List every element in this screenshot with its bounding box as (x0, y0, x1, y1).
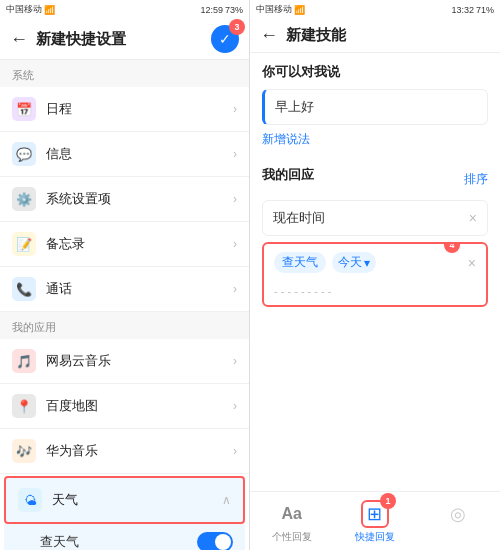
huawei-music-icon: 🎶 (12, 439, 36, 463)
confirm-button[interactable]: 3 (211, 25, 239, 53)
menu-item-calendar[interactable]: 📅 日程 › (0, 87, 249, 132)
chevron-icon-message: › (233, 147, 237, 161)
weather-sub-label: 查天气 (40, 533, 197, 550)
netease-icon: 🎵 (12, 349, 36, 373)
message-icon: 💬 (12, 142, 36, 166)
right-time: 13:32 (451, 5, 474, 15)
you-can-say-title: 你可以对我说 (262, 63, 488, 81)
sort-button[interactable]: 排序 (464, 171, 488, 188)
bottom-tabs: Aa 个性回复 ⊞ 1 快捷回复 ◎ (250, 491, 500, 550)
menu-item-baidu-map[interactable]: 📍 百度地图 › (0, 384, 249, 429)
right-status-left: 中国移动 📶 (256, 3, 305, 16)
system-section-label: 系统 (0, 60, 249, 87)
menu-item-netease[interactable]: 🎵 网易云音乐 › (0, 339, 249, 384)
chevron-icon-netease: › (233, 354, 237, 368)
right-carrier: 中国移动 (256, 3, 292, 16)
menu-label-settings: 系统设置项 (46, 190, 233, 208)
right-back-button[interactable]: ← (260, 25, 278, 46)
left-battery: 73% (225, 5, 243, 15)
left-carrier: 中国移动 (6, 3, 42, 16)
phrase-box: 早上好 (262, 89, 488, 125)
left-status-right: 12:59 73% (200, 5, 243, 15)
weather-sub-item[interactable]: 查天气 (4, 524, 245, 550)
phrase-text: 早上好 (275, 98, 314, 116)
menu-item-settings[interactable]: ⚙️ 系统设置项 › (0, 177, 249, 222)
memo-icon: 📝 (12, 232, 36, 256)
other-icon: ◎ (444, 500, 472, 528)
menu-item-weather[interactable]: 🌤 天气 ∧ (4, 476, 245, 524)
remove-time-button[interactable]: × (469, 210, 477, 226)
map-icon: 📍 (12, 394, 36, 418)
left-page-title: 新建快捷设置 (36, 30, 211, 49)
my-response-title: 我的回应 (262, 166, 314, 184)
add-phrase-button[interactable]: 新增说法 (262, 129, 488, 150)
menu-label-phone: 通话 (46, 280, 233, 298)
chevron-icon-weather: ∧ (222, 493, 231, 507)
menu-item-huawei-music[interactable]: 🎶 华为音乐 › (0, 429, 249, 474)
left-menu-scroll: 系统 📅 日程 › 💬 信息 › ⚙️ 系统设置项 › 📝 备忘录 › 📞 通话… (0, 60, 249, 550)
confirm-badge: 3 (229, 19, 245, 35)
calendar-icon: 📅 (12, 97, 36, 121)
phone-icon: 📞 (12, 277, 36, 301)
weather-response-box: 查天气 今天 ▾ × - - - - - - - - - 4 (262, 242, 488, 307)
weather-response-content: - - - - - - - - - (264, 281, 486, 305)
weather-placeholder: - - - - - - - - - (274, 285, 331, 297)
menu-label-calendar: 日程 (46, 100, 233, 118)
menu-item-message[interactable]: 💬 信息 › (0, 132, 249, 177)
remove-weather-button[interactable]: × (468, 255, 476, 271)
response-label-time: 现在时间 (273, 209, 469, 227)
menu-label-netease: 网易云音乐 (46, 352, 233, 370)
right-status-bar: 中国移动 📶 13:32 71% (250, 0, 500, 19)
tab-personal-reply[interactable]: Aa 个性回复 (250, 498, 333, 546)
quick-reply-badge: 1 (380, 493, 396, 509)
tab-quick-reply[interactable]: ⊞ 1 快捷回复 (333, 498, 416, 546)
right-page-title: 新建技能 (286, 26, 490, 45)
weather-toggle[interactable] (197, 532, 233, 550)
response-header: 我的回应 排序 (262, 166, 488, 192)
left-top-bar: ← 新建快捷设置 3 (0, 19, 249, 60)
chevron-icon-huawei-music: › (233, 444, 237, 458)
personal-reply-label: 个性回复 (272, 530, 312, 544)
menu-label-huawei-music: 华为音乐 (46, 442, 233, 460)
weather-query-tag: 查天气 (274, 252, 326, 273)
left-status-bar: 中国移动 📶 12:59 73% (0, 0, 249, 19)
quick-reply-label: 快捷回复 (355, 530, 395, 544)
myapps-section-label: 我的应用 (0, 312, 249, 339)
quick-reply-icon-wrapper: ⊞ 1 (361, 500, 389, 530)
left-status-left: 中国移动 📶 (6, 3, 55, 16)
menu-label-memo: 备忘录 (46, 235, 233, 253)
menu-item-phone[interactable]: 📞 通话 › (0, 267, 249, 312)
tab-other[interactable]: ◎ (417, 498, 500, 546)
right-status-right: 13:32 71% (451, 5, 494, 15)
right-signal: 📶 (294, 5, 305, 15)
chevron-icon-calendar: › (233, 102, 237, 116)
left-back-button[interactable]: ← (10, 29, 28, 50)
menu-item-memo[interactable]: 📝 备忘录 › (0, 222, 249, 267)
menu-label-message: 信息 (46, 145, 233, 163)
chevron-icon-settings: › (233, 192, 237, 206)
chevron-icon-baidumap: › (233, 399, 237, 413)
you-can-say-section: 你可以对我说 早上好 新增说法 (250, 53, 500, 156)
menu-label-baidu-map: 百度地图 (46, 397, 233, 415)
right-panel: 中国移动 📶 13:32 71% ← 新建技能 你可以对我说 早上好 新增说法 … (250, 0, 500, 550)
chevron-icon-phone: › (233, 282, 237, 296)
chevron-icon-memo: › (233, 237, 237, 251)
my-response-section: 我的回应 排序 现在时间 × 查天气 今天 ▾ × - - - - - - - … (250, 156, 500, 319)
menu-label-weather: 天气 (52, 491, 222, 509)
dropdown-icon: ▾ (364, 256, 370, 270)
right-battery: 71% (476, 5, 494, 15)
settings-icon: ⚙️ (12, 187, 36, 211)
left-panel: 中国移动 📶 12:59 73% ← 新建快捷设置 3 系统 📅 日程 › 💬 … (0, 0, 250, 550)
left-time: 12:59 (200, 5, 223, 15)
personal-reply-icon: Aa (278, 500, 306, 528)
response-item-time: 现在时间 × (262, 200, 488, 236)
right-top-bar: ← 新建技能 (250, 19, 500, 53)
left-signal: 📶 (44, 5, 55, 15)
today-tag: 今天 ▾ (332, 252, 376, 273)
weather-icon: 🌤 (18, 488, 42, 512)
today-label: 今天 (338, 254, 362, 271)
